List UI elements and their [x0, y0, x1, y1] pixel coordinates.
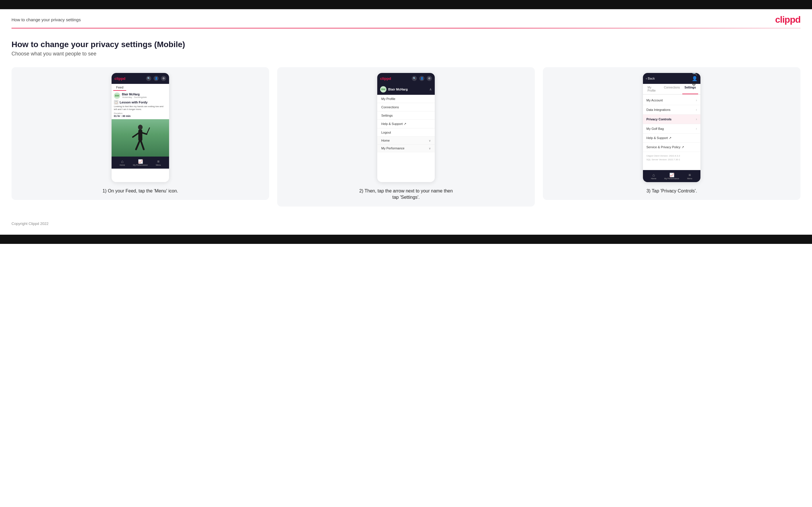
duration-value: 01 hr : 30 min — [114, 115, 167, 117]
svg-point-0 — [138, 125, 143, 130]
search-icon: 🔍 — [146, 76, 151, 81]
helpsupport-label: Help & Support ↗ — [646, 136, 671, 140]
avatar-small: BM — [114, 93, 120, 99]
brand-logo-2: clippd — [380, 76, 391, 81]
version-line-1: Clippd Client Version: 2022.8.3-3 — [646, 154, 697, 158]
phone-mockup-3: ‹ Back 🔍 👤 ⚙ My Profile Connections Sett… — [643, 73, 701, 182]
dataintegrations-label: Data Integrations — [646, 108, 670, 111]
performance-icon-1: 📈 — [138, 159, 143, 164]
performance-label-1: My Performance — [133, 164, 148, 166]
myaccount-label: My Account — [646, 99, 663, 102]
menu-avatar: BM — [380, 86, 387, 93]
footer: Copyright Clippd 2022 — [0, 215, 812, 235]
nav-icons-2: 🔍 👤 ⚙ — [412, 76, 432, 81]
menu-icon-1: ≡ — [157, 159, 160, 164]
phone-nav-2: clippd 🔍 👤 ⚙ — [377, 73, 435, 84]
card-3: ‹ Back 🔍 👤 ⚙ My Profile Connections Sett… — [543, 67, 801, 200]
search-icon-3: 🔍 — [692, 73, 698, 76]
menu-user-name: Blair McHarg — [388, 88, 408, 91]
home-icon-3: ⌂ — [652, 173, 655, 177]
main-content: How to change your privacy settings (Mob… — [0, 29, 812, 215]
tab-settings[interactable]: Settings — [682, 84, 698, 94]
tab-myprofile[interactable]: My Profile — [645, 84, 662, 94]
menu-section-home: Home ∨ — [377, 137, 435, 145]
menu-label-3: Menu — [687, 177, 693, 179]
settings-row-myaccount[interactable]: My Account › — [643, 96, 701, 105]
card-2: clippd 🔍 👤 ⚙ BM Blair McHarg ∧ — [277, 67, 535, 207]
logo: clippd — [775, 14, 801, 25]
mygolfbag-label: My Golf Bag — [646, 127, 664, 130]
phone-bottom-nav-1: ⌂ Home 📈 My Performance ≡ Menu — [111, 157, 169, 169]
search-icon-2: 🔍 — [412, 76, 417, 81]
card-caption-2: 2) Then, tap the arrow next to your name… — [357, 188, 455, 201]
home-label-3: Home — [651, 177, 656, 179]
svg-line-6 — [147, 128, 150, 134]
settings-row-mygolfbag[interactable]: My Golf Bag › — [643, 124, 701, 133]
settings-icon: ⚙ — [161, 76, 166, 81]
settings-list: My Account › Data Integrations › Privacy… — [643, 95, 701, 163]
tabs-row: My Profile Connections Settings — [643, 84, 701, 95]
duration-label: Duration — [114, 112, 167, 115]
phone-bottom-nav-3: ⌂ Home 📈 My Performance ≡ Menu — [643, 170, 701, 182]
copyright: Copyright Clippd 2022 — [11, 221, 49, 226]
menu-item-myprofile: My Profile — [377, 95, 435, 103]
phone-mockup-2: clippd 🔍 👤 ⚙ BM Blair McHarg ∧ — [377, 73, 435, 182]
header: How to change your privacy settings clip… — [0, 9, 812, 28]
privacycontrols-label: Privacy Controls — [646, 117, 671, 121]
user-icon-3: 👤 — [692, 76, 698, 81]
mygolfbag-chevron: › — [696, 127, 697, 131]
brand-logo-1: clippd — [114, 76, 125, 81]
bottom-nav-home-3: ⌂ Home — [645, 173, 663, 179]
header-title: How to change your privacy settings — [11, 17, 81, 22]
menu-section-performance-label: My Performance — [381, 147, 405, 150]
myaccount-chevron: › — [696, 98, 697, 102]
golfer-figure — [129, 122, 152, 157]
lesson-icon: 📋 — [114, 100, 118, 105]
back-button: ‹ Back — [646, 77, 655, 80]
bottom-nav-performance-3: 📈 My Performance — [663, 173, 681, 179]
screen3-nav: ‹ Back 🔍 👤 ⚙ — [643, 73, 701, 84]
svg-line-3 — [140, 139, 144, 149]
settings-icon-2: ⚙ — [427, 76, 432, 81]
top-bar — [0, 0, 812, 9]
page-heading: How to change your privacy settings (Mob… — [11, 40, 801, 49]
version-line-2: SQL Server Version: 2022.7.30-1 — [646, 158, 697, 162]
settings-row-privacycontrols[interactable]: Privacy Controls › — [643, 115, 701, 124]
chevron-down-icon-2: ∨ — [429, 147, 431, 150]
dataintegrations-chevron: › — [696, 108, 697, 112]
svg-line-2 — [136, 139, 140, 149]
menu-label-1: Menu — [156, 164, 161, 166]
phone-nav-1: clippd 🔍 👤 ⚙ — [111, 73, 169, 84]
menu-item-settings: Settings — [377, 111, 435, 120]
feed-tab: Feed — [113, 84, 126, 91]
bottom-nav-performance-1: 📈 My Performance — [132, 159, 150, 166]
card-caption-1: 1) On your Feed, tap the 'Menu' icon. — [102, 188, 178, 194]
post-text: Looking to feel like my hands are exitin… — [114, 105, 167, 111]
performance-icon-3: 📈 — [669, 173, 674, 177]
card-caption-3: 3) Tap 'Privacy Controls'. — [646, 188, 697, 194]
home-label-1: Home — [119, 164, 125, 166]
page-subheading: Choose what you want people to see — [11, 51, 801, 57]
settings-row-dataintegrations[interactable]: Data Integrations › — [643, 105, 701, 115]
feed-post: BM Blair McHarg Yesterday · Sunningdale … — [111, 91, 169, 119]
phone-mockup-1: clippd 🔍 👤 ⚙ Feed BM Blair McHarg — [111, 73, 169, 182]
settings-row-helpsupport[interactable]: Help & Support ↗ — [643, 133, 701, 143]
chevron-up-icon: ∧ — [429, 87, 432, 91]
user-icon-2: 👤 — [419, 76, 424, 81]
menu-section-performance: My Performance ∨ — [377, 145, 435, 152]
lesson-title: Lesson with Fordy — [119, 101, 148, 104]
golf-image — [111, 119, 169, 157]
menu-icon-3: ≡ — [689, 173, 691, 177]
menu-user-info: BM Blair McHarg — [380, 86, 408, 93]
bottom-nav-home-1: ⌂ Home — [113, 159, 132, 166]
bottom-nav-menu-3: ≡ Menu — [680, 173, 699, 179]
card-1: clippd 🔍 👤 ⚙ Feed BM Blair McHarg — [11, 67, 269, 200]
settings-row-serviceprivacy[interactable]: Service & Privacy Policy ↗ — [643, 143, 701, 152]
menu-item-logout: Logout — [377, 128, 435, 137]
cards-row: clippd 🔍 👤 ⚙ Feed BM Blair McHarg — [11, 67, 801, 207]
menu-item-helpsupport: Help & Support ↗ — [377, 120, 435, 128]
tab-connections[interactable]: Connections — [662, 84, 682, 94]
home-icon-1: ⌂ — [121, 159, 123, 164]
post-name: Blair McHarg — [122, 93, 147, 96]
menu-user-row: BM Blair McHarg ∧ — [377, 84, 435, 95]
